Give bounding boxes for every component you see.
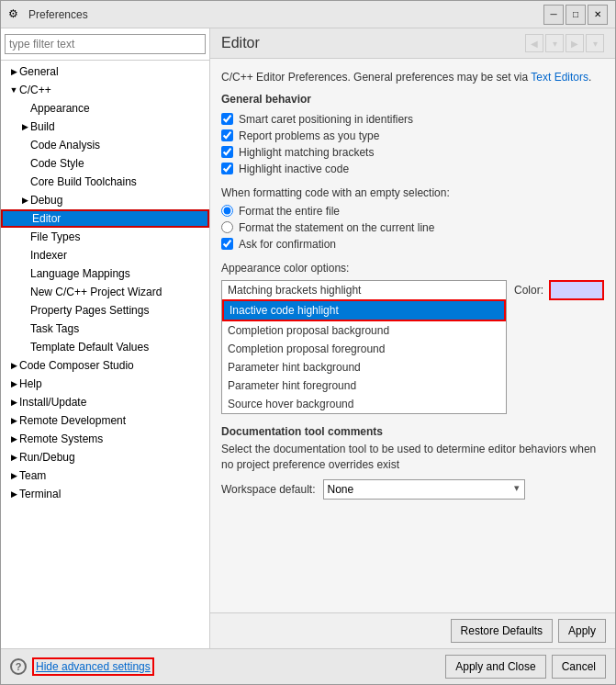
search-input[interactable] bbox=[5, 34, 206, 54]
highlight-brackets-row: Highlight matching brackets bbox=[221, 146, 604, 159]
tree-item-label: Code Style bbox=[30, 157, 84, 170]
tree-arrow-icon: ▶ bbox=[8, 416, 19, 425]
format-file-radio[interactable] bbox=[221, 205, 233, 217]
tree-item-remote-dev[interactable]: ▶Remote Development bbox=[1, 411, 209, 430]
tree-item-code-composer[interactable]: ▶Code Composer Studio bbox=[1, 356, 209, 375]
tree-item-appearance[interactable]: Appearance bbox=[1, 99, 209, 118]
tree-arrow-icon: ▶ bbox=[8, 398, 19, 407]
tree-item-label: Team bbox=[19, 469, 46, 482]
tree-item-label: Remote Systems bbox=[19, 432, 103, 445]
panel-title: Editor bbox=[221, 35, 260, 51]
color-item-matching-brackets[interactable]: Matching brackets highlight bbox=[222, 281, 506, 299]
general-behavior-title: General behavior bbox=[221, 93, 604, 106]
highlight-brackets-label: Highlight matching brackets bbox=[239, 146, 374, 159]
tree-item-code-analysis[interactable]: Code Analysis bbox=[1, 136, 209, 154]
tree-item-label: Run/Debug bbox=[19, 451, 75, 464]
highlight-inactive-row: Highlight inactive code bbox=[221, 163, 604, 175]
tree-item-cpp[interactable]: ▼C/C++ bbox=[1, 81, 209, 99]
color-options-area: Matching brackets highlight Inactive cod… bbox=[221, 280, 604, 414]
title-bar: ⚙ Preferences ─ □ ✕ bbox=[1, 1, 615, 28]
tree-item-core-build-toolchains[interactable]: Core Build Toolchains bbox=[1, 173, 209, 191]
tree-item-label: Template Default Values bbox=[30, 341, 149, 354]
tree-item-team[interactable]: ▶Team bbox=[1, 466, 209, 485]
general-behavior-section: General behavior Smart caret positioning… bbox=[221, 93, 604, 175]
tree-item-label: General bbox=[19, 65, 59, 78]
tree-item-indexer[interactable]: Indexer bbox=[1, 246, 209, 264]
doc-desc: Select the documentation tool to be used… bbox=[221, 442, 604, 473]
report-problems-checkbox[interactable] bbox=[221, 129, 233, 141]
tree-item-general[interactable]: ▶General bbox=[1, 62, 209, 81]
format-file-row: Format the entire file bbox=[221, 205, 604, 218]
tree-item-label: Code Analysis bbox=[30, 139, 100, 152]
tree-arrow-icon: ▶ bbox=[8, 434, 19, 444]
left-panel: ▶General▼C/C++Appearance▶BuildCode Analy… bbox=[1, 28, 210, 648]
restore-defaults-button[interactable]: Restore Defaults bbox=[451, 619, 553, 643]
workspace-select[interactable]: None Doxygen Qt bbox=[323, 479, 525, 500]
nav-forward-button[interactable]: ▶ bbox=[566, 34, 584, 52]
right-header: Editor ◀ ▾ ▶ ▾ bbox=[210, 28, 615, 59]
tree-item-label: Core Build Toolchains bbox=[30, 175, 137, 188]
nav-dropdown-button[interactable]: ▾ bbox=[545, 34, 564, 52]
format-statement-radio[interactable] bbox=[221, 221, 233, 233]
tree-item-task-tags[interactable]: Task Tags bbox=[1, 320, 209, 338]
tree-item-debug[interactable]: ▶Debug bbox=[1, 191, 209, 209]
tree-item-label: Task Tags bbox=[30, 322, 79, 335]
format-section: When formatting code with an empty selec… bbox=[221, 186, 604, 251]
tree-item-code-style[interactable]: Code Style bbox=[1, 154, 209, 173]
apply-close-button[interactable]: Apply and Close bbox=[445, 655, 545, 679]
tree-arrow-icon: ▼ bbox=[8, 85, 19, 95]
workspace-row: Workspace default: None Doxygen Qt bbox=[221, 479, 604, 500]
apply-button[interactable]: Apply bbox=[558, 619, 606, 643]
tree-item-editor[interactable]: Editor bbox=[1, 209, 209, 228]
cancel-button[interactable]: Cancel bbox=[552, 655, 606, 679]
tree-item-new-cpp-wizard[interactable]: New C/C++ Project Wizard bbox=[1, 283, 209, 301]
tree-item-run-debug[interactable]: ▶Run/Debug bbox=[1, 448, 209, 466]
smart-caret-checkbox[interactable] bbox=[221, 113, 233, 125]
appearance-section: Appearance color options: Matching brack… bbox=[221, 262, 604, 414]
main-content: ▶General▼C/C++Appearance▶BuildCode Analy… bbox=[1, 28, 615, 648]
format-title: When formatting code with an empty selec… bbox=[221, 186, 604, 199]
help-icon[interactable]: ? bbox=[10, 658, 27, 675]
tree-item-template-defaults[interactable]: Template Default Values bbox=[1, 338, 209, 356]
right-footer: Restore Defaults Apply bbox=[210, 612, 615, 648]
color-swatch[interactable] bbox=[549, 280, 604, 300]
tree-item-label: Remote Development bbox=[19, 414, 126, 427]
title-bar-buttons: ─ □ ✕ bbox=[543, 5, 608, 25]
tree-item-remote-systems[interactable]: ▶Remote Systems bbox=[1, 430, 209, 448]
tree-item-label: Appearance bbox=[30, 102, 90, 115]
nav-back-button[interactable]: ◀ bbox=[525, 34, 543, 52]
color-item-source-hover-bg[interactable]: Source hover background bbox=[222, 395, 506, 413]
tree-item-build[interactable]: ▶Build bbox=[1, 118, 209, 136]
color-item-completion-bg[interactable]: Completion proposal background bbox=[222, 321, 506, 340]
color-item-completion-fg[interactable]: Completion proposal foreground bbox=[222, 340, 506, 358]
report-problems-row: Report problems as you type bbox=[221, 129, 604, 142]
color-item-inactive-code[interactable]: Inactive code highlight bbox=[222, 299, 506, 321]
highlight-brackets-checkbox[interactable] bbox=[221, 146, 233, 158]
minimize-button[interactable]: ─ bbox=[543, 5, 564, 25]
nav-forward-dropdown-button[interactable]: ▾ bbox=[586, 34, 604, 52]
close-button[interactable]: ✕ bbox=[588, 5, 608, 25]
maximize-button[interactable]: □ bbox=[566, 5, 586, 25]
tree-item-help[interactable]: ▶Help bbox=[1, 375, 209, 393]
tree-item-property-pages[interactable]: Property Pages Settings bbox=[1, 301, 209, 320]
documentation-section: Documentation tool comments Select the d… bbox=[221, 425, 604, 500]
tree-item-label: Debug bbox=[30, 194, 62, 207]
highlight-inactive-checkbox[interactable] bbox=[221, 163, 233, 174]
tree-item-language-mappings[interactable]: Language Mappings bbox=[1, 264, 209, 283]
tree-item-terminal[interactable]: ▶Terminal bbox=[1, 485, 209, 503]
tree-item-install-update[interactable]: ▶Install/Update bbox=[1, 393, 209, 411]
text-editors-link[interactable]: Text Editors bbox=[531, 71, 588, 84]
color-item-param-hint-fg[interactable]: Parameter hint foreground bbox=[222, 376, 506, 395]
bottom-bar: ? Hide advanced settings Apply and Close… bbox=[1, 648, 615, 684]
search-box bbox=[1, 28, 209, 61]
format-statement-row: Format the statement on the current line bbox=[221, 221, 604, 234]
color-item-param-hint-bg[interactable]: Parameter hint background bbox=[222, 358, 506, 376]
tree-arrow-icon: ▶ bbox=[8, 489, 19, 499]
highlight-inactive-label: Highlight inactive code bbox=[239, 163, 349, 175]
tree-item-label: Help bbox=[19, 377, 42, 390]
ask-confirm-checkbox[interactable] bbox=[221, 238, 233, 250]
hide-advanced-link[interactable]: Hide advanced settings bbox=[32, 657, 154, 676]
doc-title: Documentation tool comments bbox=[221, 425, 604, 438]
tree-item-label: Code Composer Studio bbox=[19, 359, 134, 372]
tree-item-file-types[interactable]: File Types bbox=[1, 228, 209, 246]
